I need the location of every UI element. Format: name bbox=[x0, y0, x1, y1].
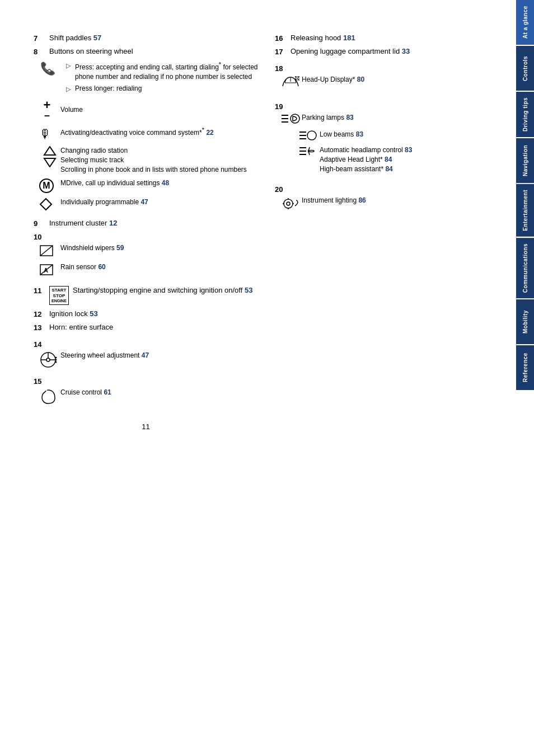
parking-label: Parking lamps bbox=[302, 114, 344, 121]
item-11-link[interactable]: 53 bbox=[245, 286, 252, 294]
sidebar-tab-entertainment[interactable]: Entertainment bbox=[516, 184, 534, 237]
cruise-link[interactable]: 61 bbox=[104, 388, 111, 396]
volume-icon: + – bbox=[39, 99, 60, 120]
item-18-number: 18 bbox=[275, 64, 291, 73]
prog-link[interactable]: 47 bbox=[140, 198, 148, 206]
wiper-text: Windshield wipers 59 bbox=[60, 243, 124, 253]
adaptive-label: Adaptive Head Light* bbox=[320, 156, 383, 163]
svg-point-23 bbox=[297, 78, 298, 79]
m-circle-icon: M bbox=[39, 179, 54, 193]
item-9-row: 9 Instrument cluster 12 bbox=[34, 219, 258, 228]
item-18-row: 18 bbox=[275, 64, 499, 73]
auto-headlamp-icon bbox=[298, 145, 320, 158]
phone-icon: 📞 bbox=[39, 60, 60, 78]
item-9-number: 9 bbox=[34, 219, 49, 228]
phone-bullet-1: ▷ Press: accepting and ending call, star… bbox=[60, 60, 258, 82]
svg-point-17 bbox=[55, 361, 57, 363]
svg-text:A: A bbox=[44, 267, 48, 274]
hud-link[interactable]: 80 bbox=[357, 76, 364, 83]
item-16-content: Releasing hood 181 bbox=[291, 34, 499, 42]
item-8-phone-block: 📞 ▷ Press: accepting and ending call, st… bbox=[34, 60, 258, 96]
auto-headlamp-svg bbox=[298, 145, 317, 158]
auto-headlamp-block: Automatic headlamp control 83 Adaptive H… bbox=[275, 145, 499, 173]
item-10-number: 10 bbox=[34, 232, 49, 241]
sidebar-tab-controls[interactable]: Controls bbox=[516, 46, 534, 91]
steering-block: Steering wheel adjustment 47 bbox=[34, 351, 258, 369]
arrow-up-svg bbox=[43, 146, 57, 156]
item-17-number: 17 bbox=[275, 47, 291, 56]
sidebar-tab-navigation[interactable]: Navigation bbox=[516, 138, 534, 183]
highbeam-label: High-beam assistant* bbox=[320, 165, 383, 173]
col-left: 7 Shift paddles 57 8 Buttons on steering… bbox=[34, 34, 269, 431]
item-12-number: 12 bbox=[34, 309, 49, 318]
mdrive-text: MDrive, call up individual settings 48 bbox=[60, 179, 169, 188]
svg-point-40 bbox=[287, 202, 290, 205]
mdrive-icon: M bbox=[39, 179, 60, 193]
item-11-number: 11 bbox=[34, 286, 49, 295]
prog-label: Individually programmable bbox=[60, 198, 139, 206]
item-7-content: Shift paddles 57 bbox=[49, 34, 258, 42]
minus-icon: – bbox=[44, 110, 50, 120]
sidebar-tab-reference[interactable]: Reference bbox=[516, 345, 534, 390]
item-8-content: Buttons on steering wheel bbox=[49, 47, 258, 55]
steering-link[interactable]: 47 bbox=[142, 351, 149, 359]
item-12-link[interactable]: 53 bbox=[90, 309, 97, 318]
bullet-arrow-2: ▷ bbox=[66, 84, 75, 93]
item-12-title: Ignition lock bbox=[49, 309, 88, 318]
item-16-link[interactable]: 181 bbox=[343, 34, 355, 42]
svg-point-15 bbox=[55, 359, 57, 360]
item-7-title: Shift paddles bbox=[49, 34, 91, 42]
adaptive-link[interactable]: 84 bbox=[385, 156, 392, 163]
hud-svg bbox=[280, 75, 301, 91]
main-content: 7 Shift paddles 57 8 Buttons on steering… bbox=[0, 0, 516, 756]
svg-point-25 bbox=[298, 79, 299, 81]
voice-label: Activating/deactivating voice command sy… bbox=[60, 129, 202, 137]
highbeam-link[interactable]: 84 bbox=[385, 165, 392, 173]
sidebar: At a glance Controls Driving tips Naviga… bbox=[516, 0, 534, 756]
phone-bullet-2: ▷ Press longer: redialing bbox=[60, 84, 258, 93]
prog-text: Individually programmable 47 bbox=[60, 198, 148, 207]
svg-text:📞: 📞 bbox=[40, 61, 55, 76]
sidebar-tab-communications[interactable]: Communications bbox=[516, 238, 534, 298]
sidebar-tab-at-a-glance[interactable]: At a glance bbox=[516, 0, 534, 45]
item-7-number: 7 bbox=[34, 34, 49, 43]
sidebar-tab-driving-tips[interactable]: Driving tips bbox=[516, 92, 534, 137]
lowbeam-block: Low beams 83 bbox=[275, 130, 499, 142]
hud-block: Head-Up Display* 80 bbox=[275, 75, 499, 91]
arrow-down-svg bbox=[43, 157, 57, 167]
rain-label: Rain sensor bbox=[60, 263, 96, 271]
voice-link[interactable]: 22 bbox=[206, 129, 213, 137]
rain-text: Rain sensor 60 bbox=[60, 262, 106, 272]
sidebar-tab-mobility[interactable]: Mobility bbox=[516, 299, 534, 344]
auto-headlamp-line: Automatic headlamp control 83 bbox=[320, 145, 412, 155]
svg-line-6 bbox=[40, 246, 53, 256]
wiper-link[interactable]: 59 bbox=[116, 244, 124, 252]
item-13-title: Horn: entire surface bbox=[49, 323, 113, 331]
instrument-text: Instrument lighting 86 bbox=[302, 196, 366, 205]
mdrive-label: MDrive, call up individual settings bbox=[60, 179, 160, 187]
item-9-link[interactable]: 12 bbox=[109, 219, 117, 227]
svg-point-39 bbox=[284, 199, 293, 208]
item-14-row: 14 bbox=[34, 340, 258, 349]
cruise-block: Cruise control 61 bbox=[34, 388, 258, 406]
item-19-number: 19 bbox=[275, 102, 291, 111]
mdrive-link[interactable]: 48 bbox=[162, 179, 169, 187]
parking-block: Parking lamps 83 bbox=[275, 113, 499, 125]
highbeam-line: High-beam assistant* 84 bbox=[320, 165, 412, 174]
lowbeam-link[interactable]: 83 bbox=[356, 130, 363, 138]
bullet-arrow-1: ▷ bbox=[66, 60, 75, 70]
parking-link[interactable]: 83 bbox=[346, 114, 353, 121]
svg-text:🎙: 🎙 bbox=[39, 127, 51, 141]
item-7-link[interactable]: 57 bbox=[93, 34, 101, 42]
prog-block: Individually programmable 47 bbox=[34, 198, 258, 211]
rain-link[interactable]: 60 bbox=[98, 263, 105, 271]
arrows-icon bbox=[39, 146, 60, 167]
voice-block: 🎙 Activating/deactivating voice command … bbox=[34, 126, 258, 142]
svg-point-24 bbox=[298, 76, 299, 77]
item-7-row: 7 Shift paddles 57 bbox=[34, 34, 258, 43]
instrument-link[interactable]: 86 bbox=[358, 196, 366, 204]
item-17-link[interactable]: 33 bbox=[402, 47, 410, 55]
auto-headlamp-link[interactable]: 83 bbox=[405, 146, 412, 154]
rain-icon: A bbox=[39, 262, 60, 278]
item-20-row: 20 bbox=[275, 185, 499, 194]
